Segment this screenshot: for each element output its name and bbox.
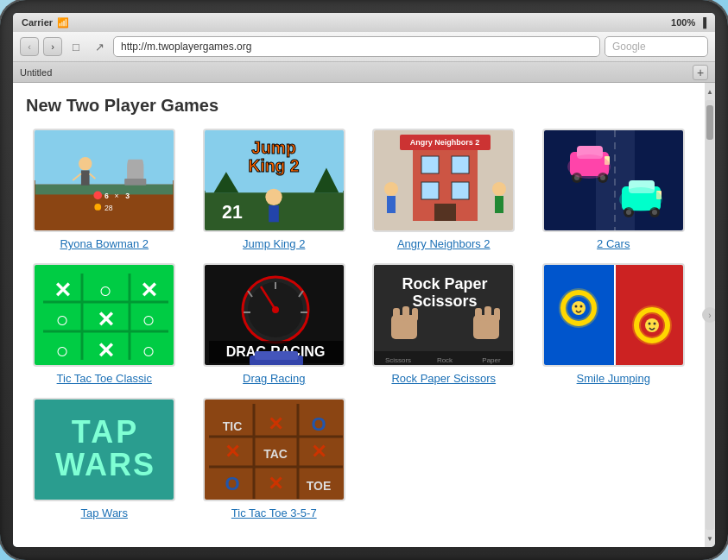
game-title-smile-jumping: Smile Jumping: [577, 372, 650, 385]
search-bar[interactable]: Google: [605, 36, 708, 57]
scroll-down-button[interactable]: ▼: [705, 532, 715, 545]
scroll-up-button[interactable]: ▲: [705, 85, 715, 98]
svg-text:TAP: TAP: [72, 414, 139, 450]
new-tab-button[interactable]: +: [693, 65, 708, 80]
svg-text:Rock: Rock: [437, 356, 453, 364]
svg-text:21: 21: [222, 202, 243, 223]
back-button[interactable]: ‹: [20, 37, 39, 56]
svg-text:Scissors: Scissors: [385, 356, 411, 364]
svg-point-47: [567, 154, 611, 179]
game-title-tic-tac-toe-357: Tic Tac Toe 3-5-7: [231, 507, 317, 519]
scroll-thumb[interactable]: [706, 105, 713, 140]
svg-rect-0: [35, 130, 174, 185]
svg-rect-28: [421, 182, 439, 199]
svg-rect-93: [484, 306, 491, 321]
bookmark-button[interactable]: □: [66, 37, 85, 56]
game-item-rock-paper-scissors[interactable]: Rock Paper Scissors: [365, 263, 522, 385]
status-right: 100% ▐: [671, 17, 706, 28]
svg-text:○: ○: [142, 338, 155, 362]
tab-bar: Untitled +: [13, 62, 715, 83]
game-thumb-jump-king-2: Jump King 2 21: [203, 129, 345, 232]
svg-rect-27: [452, 156, 469, 173]
svg-text:○: ○: [142, 307, 155, 331]
scroll-side-button[interactable]: ›: [702, 307, 715, 323]
game-title-rock-paper-scissors: Rock Paper Scissors: [391, 372, 496, 385]
bookmark-icon: □: [73, 41, 79, 53]
game-thumb-angry-neighbors-2: Angry Neighbors 2: [372, 129, 515, 232]
svg-text:WARS: WARS: [55, 447, 155, 482]
game-item-2-cars[interactable]: 2 Cars: [535, 129, 693, 250]
game-thumb-2-cars: [542, 129, 685, 232]
svg-rect-89: [402, 306, 409, 321]
game-item-ryona-bowman-2[interactable]: RyonaBowman 2: [26, 129, 183, 250]
svg-point-19: [265, 189, 282, 205]
game-item-drag-racing[interactable]: DRAG RACING Drag Racing: [196, 263, 353, 385]
svg-rect-30: [434, 204, 456, 221]
game-title-tic-tac-toe-classic: Tic Tac Toe Classic: [57, 372, 152, 385]
game-title-ryona-bowman-2: Ryona Bowman 2: [60, 237, 149, 250]
game-item-jump-king-2[interactable]: Jump King 2 21: [196, 129, 353, 250]
svg-rect-90: [412, 308, 418, 321]
game-title-2-cars: 2 Cars: [597, 237, 630, 250]
svg-text:✕: ✕: [97, 307, 115, 331]
svg-text:✕: ✕: [225, 441, 240, 462]
share-icon: ↗: [95, 41, 104, 53]
url-bar[interactable]: http://m.twoplayergames.org: [113, 36, 600, 57]
game-item-angry-neighbors-2[interactable]: Angry Neighbors 2 Angry Neighbors 2: [365, 129, 522, 250]
svg-point-111: [653, 323, 655, 325]
svg-point-13: [95, 204, 102, 211]
svg-rect-29: [452, 182, 469, 199]
svg-point-9: [94, 192, 103, 200]
status-bar: Carrier 📶 100% ▐: [13, 13, 715, 32]
svg-point-33: [384, 182, 398, 196]
svg-text:TAC: TAC: [263, 447, 288, 461]
svg-text:6: 6: [104, 192, 109, 200]
svg-rect-36: [495, 196, 503, 213]
svg-rect-20: [269, 205, 279, 222]
scrollbar[interactable]: ▲ ▼ ›: [705, 83, 715, 547]
game-title-angry-neighbors-2: Angry Neighbors 2: [397, 237, 491, 250]
svg-rect-88: [393, 308, 400, 321]
section-title: New Two Player Games: [26, 96, 692, 116]
game-thumb-rock-paper-scissors: Rock Paper Scissors: [372, 263, 515, 367]
game-thumb-tic-tac-toe-357: TIC ✕ O ✕ TAC ✕ O ✕ TOE: [203, 398, 345, 501]
carrier-label: Carrier: [22, 17, 53, 28]
wifi-icon: 📶: [57, 17, 69, 28]
svg-text:✕: ✕: [140, 278, 158, 302]
game-item-tap-wars[interactable]: TAP WARS Tap Wars: [26, 398, 183, 519]
svg-text:✕: ✕: [268, 413, 283, 435]
tab-title: Untitled: [20, 67, 52, 78]
svg-rect-4: [124, 179, 146, 186]
game-thumb-smile-jumping: [542, 263, 685, 367]
svg-text:○: ○: [56, 338, 69, 362]
svg-rect-6: [81, 170, 90, 185]
svg-text:O: O: [311, 413, 326, 435]
svg-point-108: [579, 305, 582, 308]
svg-rect-92: [475, 308, 482, 321]
game-thumb-tic-tac-toe-classic: ✕ ○ ✕ ○ ✕ ○ ○ ✕ ○: [33, 263, 175, 367]
svg-point-53: [652, 210, 657, 215]
ipad-frame: Carrier 📶 100% ▐ ‹ › □ ↗ http://m.t: [0, 0, 728, 560]
svg-text:Rock Paper: Rock Paper: [402, 275, 488, 293]
content-area: New Two Player Games RyonaBowman 2: [13, 83, 705, 547]
svg-text:✕: ✕: [311, 441, 326, 462]
game-item-smile-jumping[interactable]: Smile Jumping: [535, 263, 693, 385]
svg-text:×: ×: [115, 192, 119, 200]
battery-icon: ▐: [700, 17, 706, 28]
svg-text:✕: ✕: [97, 338, 115, 362]
share-button[interactable]: ↗: [90, 37, 109, 56]
game-item-tic-tac-toe-357[interactable]: TIC ✕ O ✕ TAC ✕ O ✕ TOE: [196, 398, 353, 519]
game-thumb-ryona-bowman-2: RyonaBowman 2: [33, 129, 175, 232]
svg-rect-100: [616, 265, 685, 367]
svg-text:○: ○: [56, 307, 69, 331]
svg-rect-94: [494, 308, 500, 321]
svg-text:O: O: [225, 473, 239, 494]
svg-rect-83: [255, 351, 298, 360]
game-title-tap-wars: Tap Wars: [81, 507, 128, 519]
browser-toolbar: ‹ › □ ↗ http://m.twoplayergames.org Goog…: [13, 32, 715, 62]
forward-button[interactable]: ›: [43, 37, 62, 56]
svg-text:✕: ✕: [268, 473, 283, 494]
game-thumb-tap-wars: TAP WARS: [33, 398, 175, 501]
game-item-tic-tac-toe-classic[interactable]: ✕ ○ ✕ ○ ✕ ○ ○ ✕ ○: [26, 263, 183, 385]
svg-text:○: ○: [99, 278, 112, 302]
